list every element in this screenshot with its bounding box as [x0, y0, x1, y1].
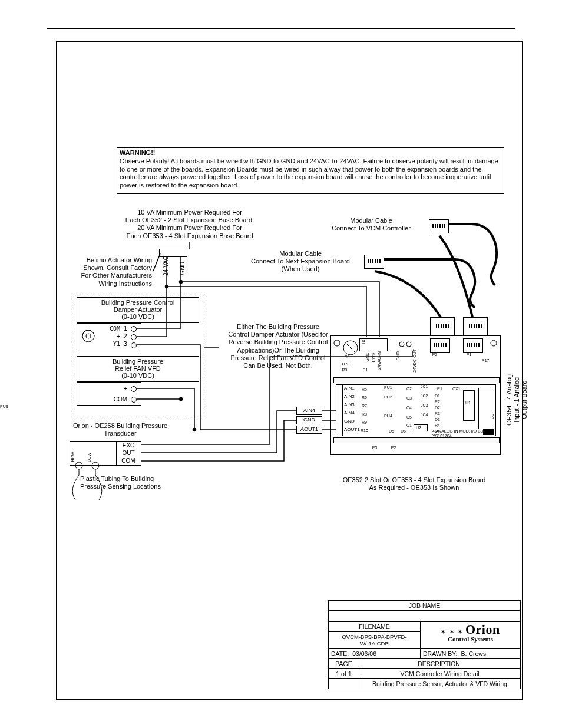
tb-drawnby-value: B. Crews [461, 650, 487, 657]
silk-pu3: PU3 [0, 404, 8, 409]
silk-d78: D78 [339, 362, 352, 367]
silk-d2: D2 [435, 406, 440, 410]
tb-desc-line2: Building Pressure Sensor, Actuator & VFD… [359, 679, 520, 689]
power-terminal-divider [0, 0, 1, 8]
tb-jobname-value [329, 611, 520, 621]
warning-title: WARNING!! [120, 149, 156, 156]
tb-drawnby-label: DRAWN BY: [423, 650, 458, 657]
silk-jc2: JC2 [421, 394, 428, 398]
signal-aout1-tag: AOUT1 [296, 426, 322, 434]
silk-vdc-out: 24VDC-OUT [412, 349, 417, 373]
tb-page-value: 1 of 1 [329, 669, 359, 678]
brand-stars: ✶ ✶ ✶ [441, 628, 464, 635]
silk-p2: P2 [429, 353, 441, 357]
power-requirement-note: 10 VA Minimum Power Required For Each OE… [119, 209, 260, 240]
tb-page-label: PAGE [329, 659, 359, 668]
tb-filename-value: OVCM-BPS-BPA-BPVFD-W/-1A.CDR [329, 632, 420, 648]
tb-desc-line1: VCM Controller Wiring Detail [359, 669, 520, 678]
silk-d3: D3 [435, 417, 440, 422]
rj-plug-into-p1 [463, 317, 488, 336]
signal-gnd-tag: GND [296, 416, 322, 424]
actuator-pin-2 [131, 334, 137, 340]
silk-p1: P1 [463, 353, 475, 357]
io-module-logo-icon [483, 429, 494, 435]
signal-ain4-tag: AIN4 [296, 407, 322, 415]
vfd-pin-com [131, 397, 137, 403]
silk-e3: E3 [370, 446, 379, 450]
actuator-pin-1 [131, 326, 137, 332]
power-terminal-block [159, 249, 187, 257]
vfd-term-com: COM [100, 396, 127, 403]
silk-cx1: CX1 [452, 387, 461, 391]
power-header-divider [0, 8, 1, 21]
silk-jc4: JC4 [421, 413, 428, 417]
silk-jc1: JC1 [421, 384, 428, 389]
warning-box: WARNING!! Observe Polarity! All boards m… [117, 147, 504, 194]
either-or-note: Either The Building Pressure Control Dam… [219, 323, 337, 370]
silk-gnd: GND [365, 353, 370, 362]
transducer-label: Orion - OE258 Building Pressure Transduc… [61, 422, 179, 437]
silk-pu1: PU1 [384, 386, 392, 390]
rj-socket-p2 [430, 338, 450, 353]
power-24vac-label: 24 VAC [163, 256, 170, 276]
io-gnd: GND [344, 419, 362, 424]
page: WARNING!! Observe Polarity! All boards m… [0, 0, 562, 728]
transducer-body [70, 441, 117, 466]
silk-r7: R7 [362, 404, 367, 409]
silk-e2: E2 [389, 446, 398, 450]
silk-d6: D6 [401, 429, 406, 434]
slot-connector-a [333, 377, 500, 383]
io-module-terminal-strip [336, 384, 343, 436]
silk-r3b: R3 [339, 368, 350, 373]
silk-c1: C1 [406, 423, 412, 428]
rj-plug-next-board [364, 255, 384, 269]
power-gnd-label: GND [179, 262, 186, 275]
silk-r10: R10 [361, 429, 368, 433]
silk-r8: R8 [362, 412, 367, 417]
silk-jc3: JC3 [421, 403, 428, 408]
vfd-term-plus: + [100, 386, 127, 393]
rj-socket-p1 [463, 338, 483, 353]
transducer-term-com: COM [117, 457, 140, 465]
silk-d5: D5 [389, 429, 394, 434]
silk-c8: C8 [342, 355, 352, 360]
actuator-term-plus: + 2 [94, 333, 127, 340]
silk-u2: U2 [416, 426, 421, 430]
rj-plug-into-p2 [430, 317, 455, 336]
silk-r2: R2 [435, 400, 440, 404]
silk-pu4: PU4 [384, 414, 392, 419]
io-ain1: AIN1 [344, 386, 362, 391]
io-module-right-header [478, 388, 492, 429]
tb-desc-label: DESCRIPTION: [359, 659, 520, 668]
damper-actuator-box: Building Pressure Control Damper Actuato… [77, 297, 199, 323]
vfd-pin-plus [131, 386, 137, 392]
tb-filename-label: FILENAME [329, 622, 420, 632]
warning-body: Observe Polarity! All boards must be wir… [120, 157, 498, 189]
transducer-low-label: LOW [87, 453, 92, 462]
rj-plug-vcm [429, 219, 449, 233]
brand-subtitle: Control Systems [423, 636, 518, 643]
tb-jobname-label: JOB NAME [329, 601, 520, 610]
silk-r1: R1 [437, 387, 442, 391]
brand-logo: ✶ ✶ ✶ Orion Control Systems [423, 623, 518, 643]
silk-e1: E1 [361, 368, 370, 373]
side-module-label: OE354 - 4 Analog Input - 1 Analog Output… [505, 374, 529, 426]
vfd-box: Building Pressure Relief FAN VFD (0-10 V… [77, 356, 199, 382]
silk-r4: R4 [435, 423, 440, 428]
modular-cable-next-label: Modular Cable Connect To Next Expansion … [242, 250, 359, 274]
actuator-pin-3 [131, 342, 137, 348]
io-module-partno: YS101784 [432, 434, 480, 439]
silk-r5: R5 [362, 387, 367, 392]
silk-c4: C4 [406, 406, 412, 410]
silk-r3: R3 [435, 411, 440, 416]
actuator-term-y1: Y1 3 [94, 341, 127, 348]
actuator-term-com: COM 1 [94, 325, 127, 332]
silk-c3: C3 [406, 396, 412, 401]
silk-vac-in: 24VAC-IN [377, 351, 382, 370]
silk-pu2: PU2 [384, 395, 392, 400]
silk-tb: TB [361, 340, 366, 345]
io-ain4: AIN4 [344, 410, 362, 416]
transducer-term-exc: EXC [117, 442, 140, 449]
silk-gnd2: GND [396, 351, 401, 361]
io-ain3: AIN3 [344, 402, 362, 408]
